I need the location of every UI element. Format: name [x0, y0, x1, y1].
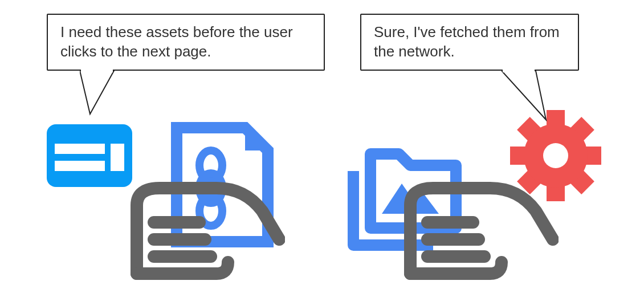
- hand-holding-icon-left: [114, 177, 285, 287]
- svg-rect-6: [55, 161, 105, 171]
- svg-point-18: [543, 143, 568, 168]
- speech-text-left: I need these assets before the user clic…: [60, 23, 293, 60]
- svg-rect-7: [111, 144, 124, 171]
- speech-text-right: Sure, I've fetched them from the network…: [374, 23, 560, 60]
- speech-tail-right: [502, 70, 559, 127]
- svg-marker-2: [502, 71, 546, 120]
- speech-bubble-right: Sure, I've fetched them from the network…: [360, 14, 579, 71]
- svg-rect-3: [503, 70, 535, 72]
- svg-rect-5: [55, 144, 105, 154]
- svg-rect-1: [81, 70, 113, 72]
- speech-bubble-left: I need these assets before the user clic…: [47, 14, 325, 71]
- svg-marker-0: [80, 71, 114, 114]
- speech-tail-left: [80, 70, 131, 121]
